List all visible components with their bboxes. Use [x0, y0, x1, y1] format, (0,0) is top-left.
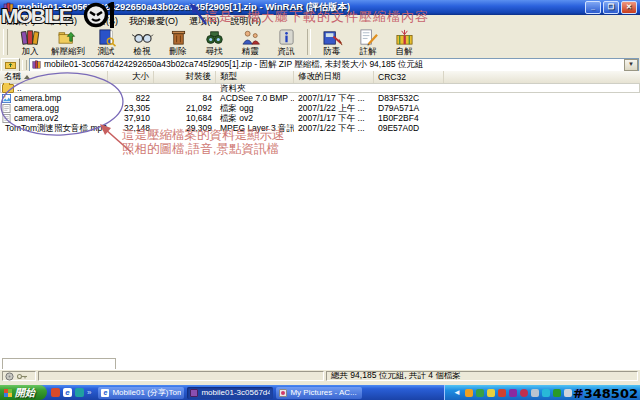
statusbar-icons-panel: [2, 371, 36, 381]
taskbar-task-mobile01[interactable]: e Mobile01 (分享)Tom...: [98, 387, 184, 399]
column-name[interactable]: 名稱: [0, 71, 108, 83]
quick-launch-icon-1[interactable]: [51, 388, 60, 397]
toolbar: 加入 解壓縮到 測試 檢視: [0, 27, 640, 58]
file-size: 23,305: [108, 103, 154, 113]
column-packed[interactable]: 封裝後: [154, 71, 216, 83]
generic-file-icon: [2, 114, 11, 123]
tray-icon-7[interactable]: [531, 389, 539, 397]
start-button[interactable]: 開始: [0, 385, 47, 400]
delete-button[interactable]: 刪除: [160, 27, 196, 56]
tray-icon-8[interactable]: [542, 389, 550, 397]
task-label: mobile01-3c0567d424...: [201, 388, 270, 397]
wizard-people-icon: [239, 28, 262, 47]
column-size-label: 大小: [132, 71, 149, 83]
task-label: Mobile01 (分享)Tom...: [112, 387, 181, 398]
antivirus-button[interactable]: 防毒: [314, 27, 350, 56]
taskbar-task-winrar[interactable]: mobile01-3c0567d424...: [187, 387, 273, 399]
file-crc: D83F532C: [374, 93, 444, 103]
comment-notepad-icon: [357, 28, 380, 47]
menu-favorites[interactable]: 我的最愛(O): [129, 15, 178, 28]
column-size[interactable]: 大小: [108, 71, 154, 83]
internet-explorer-icon: e: [101, 389, 109, 397]
tray-collapse-icon[interactable]: ◄: [453, 388, 461, 397]
close-button[interactable]: ✕: [621, 1, 637, 14]
drive-icon[interactable]: [5, 372, 14, 381]
addressbar-gripper[interactable]: [22, 60, 27, 70]
column-type[interactable]: 類型: [216, 71, 294, 83]
view-button[interactable]: 檢視: [124, 27, 160, 56]
file-name: camera.ogg: [14, 103, 59, 113]
tray-icon-10[interactable]: [564, 389, 572, 397]
minimize-button[interactable]: _: [585, 1, 601, 14]
list-row-camera-ogg[interactable]: camera.ogg 23,305 21,092 檔案 ogg 2007/1/2…: [0, 103, 640, 113]
toolbar-gripper[interactable]: [3, 29, 8, 55]
antivirus-label: 防毒: [324, 47, 341, 56]
file-packed: 10,684: [154, 113, 216, 123]
add-button[interactable]: 加入: [12, 27, 48, 56]
comment-button[interactable]: 註解: [350, 27, 386, 56]
tray-icon-2[interactable]: [476, 389, 484, 397]
list-row-tomtom-mp3[interactable]: TomTom測速照女音檔.mp3 32,148 29,309 MPEG Laye…: [0, 123, 640, 133]
file-modified: 2007/1/17 下午 ...: [294, 93, 374, 103]
toolbar-separator: [307, 29, 311, 55]
annotation-top-text: 這是一樓大廳下載的文件壓縮檔內容: [205, 8, 429, 26]
up-directory-button[interactable]: [1, 58, 20, 72]
file-name: ..: [17, 83, 22, 93]
internet-explorer-icon[interactable]: e: [63, 388, 72, 397]
wizard-button[interactable]: 精靈: [232, 27, 268, 56]
find-button[interactable]: 尋找: [196, 27, 232, 56]
windows-flag-icon: [4, 389, 12, 397]
file-packed: [154, 83, 216, 93]
tray-icon-4[interactable]: [498, 389, 506, 397]
restore-button[interactable]: ❐: [603, 1, 619, 14]
menu-tools[interactable]: 工具(S): [88, 15, 118, 28]
file-crc: D79A571A: [374, 103, 444, 113]
menu-commands[interactable]: 命令(C): [47, 15, 78, 28]
file-packed: 21,092: [154, 103, 216, 113]
list-row-camera-bmp[interactable]: camera.bmp 822 84 ACDSee 7.0 BMP ... 200…: [0, 93, 640, 103]
statusbar-totals: 總共 94,185 位元組, 共計 4 個檔案: [326, 371, 638, 381]
screenshot-root: { "watermark": { "logo_text": "MOBILE01"…: [0, 0, 640, 400]
acdsee-icon: [279, 389, 287, 397]
extract-to-button[interactable]: 解壓縮到: [48, 27, 88, 56]
combo-dropdown-button[interactable]: ▼: [624, 59, 638, 71]
tray-icon-6[interactable]: [520, 389, 528, 397]
taskbar-task-acdsee[interactable]: My Pictures - AC...: [276, 387, 362, 399]
quick-launch-icon-3[interactable]: [75, 388, 84, 397]
row-name-cell: ..: [0, 83, 108, 93]
delete-label: 刪除: [170, 47, 187, 56]
test-book-icon: [95, 28, 118, 47]
column-name-label: 名稱: [4, 71, 21, 83]
file-packed: 84: [154, 93, 216, 103]
tray-icon-5[interactable]: [509, 389, 517, 397]
file-modified: 2007/1/17 下午 ...: [294, 113, 374, 123]
test-button[interactable]: 測試: [88, 27, 124, 56]
info-icon: [275, 28, 298, 47]
sfx-box-icon: [393, 28, 416, 47]
archive-address-combo[interactable]: mobile01-3c0567d424292650a43b02ca745f290…: [29, 58, 639, 72]
add-label: 加入: [22, 47, 39, 56]
info-button[interactable]: 資訊: [268, 27, 304, 56]
info-label: 資訊: [278, 47, 295, 56]
row-name-cell: camera.ov2: [0, 113, 108, 123]
file-type: ACDSee 7.0 BMP ...: [216, 93, 294, 103]
key-icon[interactable]: [17, 373, 28, 380]
sort-ascending-icon: [24, 75, 30, 79]
tray-icon-3[interactable]: [487, 389, 495, 397]
quick-launch-expand-icon[interactable]: »: [87, 388, 91, 397]
column-crc[interactable]: CRC32: [374, 71, 444, 83]
column-modified[interactable]: 修改的日期: [294, 71, 374, 83]
file-modified: 2007/1/22 上午 ...: [294, 103, 374, 113]
sfx-button[interactable]: 自解: [386, 27, 422, 56]
status-bar: 總共 94,185 位元組, 共計 4 個檔案: [0, 369, 640, 382]
list-row-camera-ov2[interactable]: camera.ov2 37,910 10,684 檔案 ov2 2007/1/1…: [0, 113, 640, 123]
winrar-icon: [190, 389, 198, 397]
tray-icon-1[interactable]: [465, 389, 473, 397]
column-filler: [444, 71, 640, 83]
menu-file[interactable]: 檔案(F): [6, 15, 36, 28]
list-row-updir[interactable]: .. 資料夾: [0, 83, 640, 93]
tray-icon-9[interactable]: [553, 389, 561, 397]
column-type-label: 類型: [220, 71, 237, 83]
find-binoculars-icon: [203, 28, 226, 47]
column-packed-label: 封裝後: [186, 71, 212, 83]
